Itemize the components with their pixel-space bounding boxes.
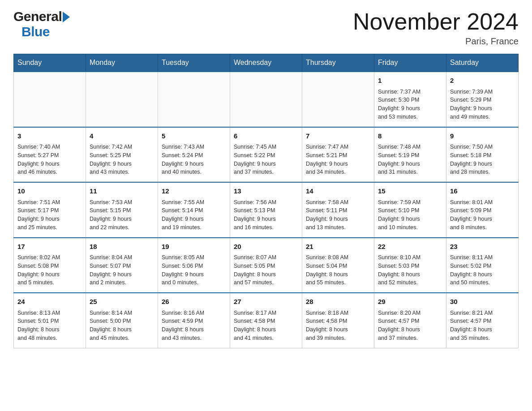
day-info: Sunrise: 8:08 AM Sunset: 5:04 PM Dayligh… — [306, 253, 370, 287]
day-number: 1 — [378, 76, 442, 86]
calendar-table: SundayMondayTuesdayWednesdayThursdayFrid… — [13, 54, 519, 348]
day-number: 16 — [450, 186, 515, 197]
day-info: Sunrise: 8:13 AM Sunset: 5:01 PM Dayligh… — [17, 309, 82, 342]
weekday-header-monday: Monday — [86, 54, 158, 72]
calendar-cell: 3Sunrise: 7:40 AM Sunset: 5:27 PM Daylig… — [14, 127, 86, 183]
calendar-cell: 24Sunrise: 8:13 AM Sunset: 5:01 PM Dayli… — [14, 293, 86, 348]
calendar-cell: 21Sunrise: 8:08 AM Sunset: 5:04 PM Dayli… — [302, 238, 374, 293]
day-info: Sunrise: 8:01 AM Sunset: 5:09 PM Dayligh… — [450, 198, 515, 232]
logo: General Blue — [13, 9, 70, 39]
day-number: 5 — [162, 131, 226, 141]
day-info: Sunrise: 8:14 AM Sunset: 5:00 PM Dayligh… — [90, 309, 154, 342]
day-info: Sunrise: 7:37 AM Sunset: 5:30 PM Dayligh… — [378, 88, 442, 121]
day-number: 12 — [162, 186, 226, 197]
day-number: 22 — [378, 242, 442, 252]
day-info: Sunrise: 8:11 AM Sunset: 5:02 PM Dayligh… — [450, 253, 515, 287]
day-info: Sunrise: 8:20 AM Sunset: 4:57 PM Dayligh… — [378, 309, 442, 342]
calendar-cell — [302, 72, 374, 127]
calendar-cell: 17Sunrise: 8:02 AM Sunset: 5:08 PM Dayli… — [14, 238, 86, 293]
day-info: Sunrise: 7:48 AM Sunset: 5:19 PM Dayligh… — [378, 143, 442, 176]
day-info: Sunrise: 7:39 AM Sunset: 5:29 PM Dayligh… — [450, 88, 515, 121]
calendar-cell: 10Sunrise: 7:51 AM Sunset: 5:17 PM Dayli… — [14, 182, 86, 238]
day-info: Sunrise: 8:18 AM Sunset: 4:58 PM Dayligh… — [306, 309, 370, 342]
calendar-cell: 2Sunrise: 7:39 AM Sunset: 5:29 PM Daylig… — [446, 72, 519, 127]
logo-blue-text: Blue — [21, 24, 50, 39]
day-info: Sunrise: 8:07 AM Sunset: 5:05 PM Dayligh… — [234, 253, 298, 287]
weekday-header-tuesday: Tuesday — [158, 54, 230, 72]
calendar-header: SundayMondayTuesdayWednesdayThursdayFrid… — [14, 54, 519, 72]
day-number: 17 — [17, 242, 82, 252]
day-number: 4 — [90, 131, 154, 141]
day-number: 21 — [306, 242, 370, 252]
day-number: 25 — [90, 297, 154, 307]
day-info: Sunrise: 8:02 AM Sunset: 5:08 PM Dayligh… — [17, 253, 82, 287]
day-number: 11 — [90, 186, 154, 197]
calendar-cell: 5Sunrise: 7:43 AM Sunset: 5:24 PM Daylig… — [158, 127, 230, 183]
calendar-cell: 11Sunrise: 7:53 AM Sunset: 5:15 PM Dayli… — [86, 182, 158, 238]
calendar-cell: 8Sunrise: 7:48 AM Sunset: 5:19 PM Daylig… — [374, 127, 446, 183]
day-info: Sunrise: 7:42 AM Sunset: 5:25 PM Dayligh… — [90, 143, 154, 176]
day-number: 28 — [306, 297, 370, 307]
day-info: Sunrise: 8:10 AM Sunset: 5:03 PM Dayligh… — [378, 253, 442, 287]
day-number: 13 — [234, 186, 298, 197]
calendar-cell: 22Sunrise: 8:10 AM Sunset: 5:03 PM Dayli… — [374, 238, 446, 293]
weekday-header-sunday: Sunday — [14, 54, 86, 72]
calendar-cell — [158, 72, 230, 127]
calendar-cell: 23Sunrise: 8:11 AM Sunset: 5:02 PM Dayli… — [446, 238, 519, 293]
weekday-header-thursday: Thursday — [302, 54, 374, 72]
calendar-cell: 1Sunrise: 7:37 AM Sunset: 5:30 PM Daylig… — [374, 72, 446, 127]
calendar-cell: 7Sunrise: 7:47 AM Sunset: 5:21 PM Daylig… — [302, 127, 374, 183]
day-number: 9 — [450, 131, 515, 141]
day-number: 3 — [17, 131, 82, 141]
calendar-cell — [86, 72, 158, 127]
calendar-cell — [230, 72, 302, 127]
day-number: 10 — [17, 186, 82, 197]
day-info: Sunrise: 7:45 AM Sunset: 5:22 PM Dayligh… — [234, 143, 298, 176]
calendar-cell: 26Sunrise: 8:16 AM Sunset: 4:59 PM Dayli… — [158, 293, 230, 348]
day-number: 2 — [450, 76, 515, 86]
calendar-cell: 27Sunrise: 8:17 AM Sunset: 4:58 PM Dayli… — [230, 293, 302, 348]
calendar-cell: 20Sunrise: 8:07 AM Sunset: 5:05 PM Dayli… — [230, 238, 302, 293]
calendar-cell: 18Sunrise: 8:04 AM Sunset: 5:07 PM Dayli… — [86, 238, 158, 293]
day-info: Sunrise: 7:55 AM Sunset: 5:14 PM Dayligh… — [162, 198, 226, 232]
weekday-header-wednesday: Wednesday — [230, 54, 302, 72]
day-number: 29 — [378, 297, 442, 307]
calendar-week-0: 1Sunrise: 7:37 AM Sunset: 5:30 PM Daylig… — [14, 72, 519, 127]
day-info: Sunrise: 8:04 AM Sunset: 5:07 PM Dayligh… — [90, 253, 154, 287]
day-info: Sunrise: 7:53 AM Sunset: 5:15 PM Dayligh… — [90, 198, 154, 232]
day-number: 23 — [450, 242, 515, 252]
logo-general-text: General — [13, 9, 62, 24]
day-info: Sunrise: 8:16 AM Sunset: 4:59 PM Dayligh… — [162, 309, 226, 342]
calendar-cell: 14Sunrise: 7:58 AM Sunset: 5:11 PM Dayli… — [302, 182, 374, 238]
calendar-cell: 12Sunrise: 7:55 AM Sunset: 5:14 PM Dayli… — [158, 182, 230, 238]
calendar-cell: 9Sunrise: 7:50 AM Sunset: 5:18 PM Daylig… — [446, 127, 519, 183]
title-block: November 2024 Paris, France — [353, 9, 519, 47]
day-info: Sunrise: 8:21 AM Sunset: 4:57 PM Dayligh… — [450, 309, 515, 342]
weekday-header-saturday: Saturday — [446, 54, 519, 72]
day-info: Sunrise: 7:58 AM Sunset: 5:11 PM Dayligh… — [306, 198, 370, 232]
day-info: Sunrise: 8:05 AM Sunset: 5:06 PM Dayligh… — [162, 253, 226, 287]
day-number: 30 — [450, 297, 515, 307]
location-label: Paris, France — [353, 36, 519, 47]
calendar-body: 1Sunrise: 7:37 AM Sunset: 5:30 PM Daylig… — [14, 72, 519, 348]
weekday-header-row: SundayMondayTuesdayWednesdayThursdayFrid… — [14, 54, 519, 72]
day-number: 24 — [17, 297, 82, 307]
day-number: 8 — [378, 131, 442, 141]
calendar-cell: 28Sunrise: 8:18 AM Sunset: 4:58 PM Dayli… — [302, 293, 374, 348]
page-header: General Blue November 2024 Paris, France — [13, 9, 519, 47]
calendar-cell: 19Sunrise: 8:05 AM Sunset: 5:06 PM Dayli… — [158, 238, 230, 293]
day-number: 6 — [234, 131, 298, 141]
calendar-cell: 15Sunrise: 7:59 AM Sunset: 5:10 PM Dayli… — [374, 182, 446, 238]
calendar-cell — [14, 72, 86, 127]
day-info: Sunrise: 7:43 AM Sunset: 5:24 PM Dayligh… — [162, 143, 226, 176]
logo-chevron-icon — [63, 12, 70, 22]
weekday-header-friday: Friday — [374, 54, 446, 72]
day-number: 14 — [306, 186, 370, 197]
calendar-cell: 29Sunrise: 8:20 AM Sunset: 4:57 PM Dayli… — [374, 293, 446, 348]
month-title: November 2024 — [353, 9, 519, 34]
day-number: 20 — [234, 242, 298, 252]
day-info: Sunrise: 8:17 AM Sunset: 4:58 PM Dayligh… — [234, 309, 298, 342]
calendar-cell: 25Sunrise: 8:14 AM Sunset: 5:00 PM Dayli… — [86, 293, 158, 348]
day-info: Sunrise: 7:51 AM Sunset: 5:17 PM Dayligh… — [17, 198, 82, 232]
day-info: Sunrise: 7:59 AM Sunset: 5:10 PM Dayligh… — [378, 198, 442, 232]
